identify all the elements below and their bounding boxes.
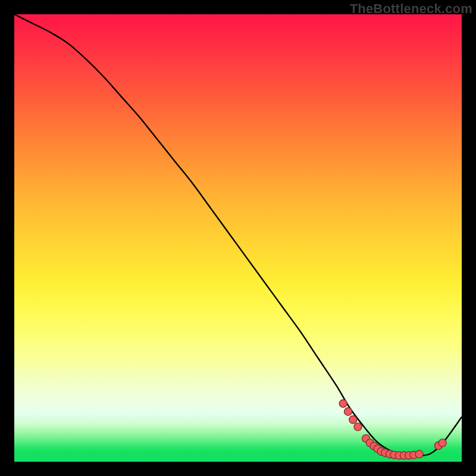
highlight-dot — [339, 400, 347, 408]
highlight-dots — [339, 400, 446, 459]
highlight-dot — [354, 423, 362, 431]
chart-frame: TheBottleneck.com — [0, 0, 476, 476]
plot-area — [14, 14, 462, 462]
curve-overlay — [14, 14, 462, 462]
highlight-dot — [349, 416, 357, 424]
highlight-dot — [344, 408, 352, 415]
highlight-dot — [415, 450, 423, 458]
highlight-dot — [439, 439, 446, 447]
bottleneck-curve — [14, 14, 462, 456]
